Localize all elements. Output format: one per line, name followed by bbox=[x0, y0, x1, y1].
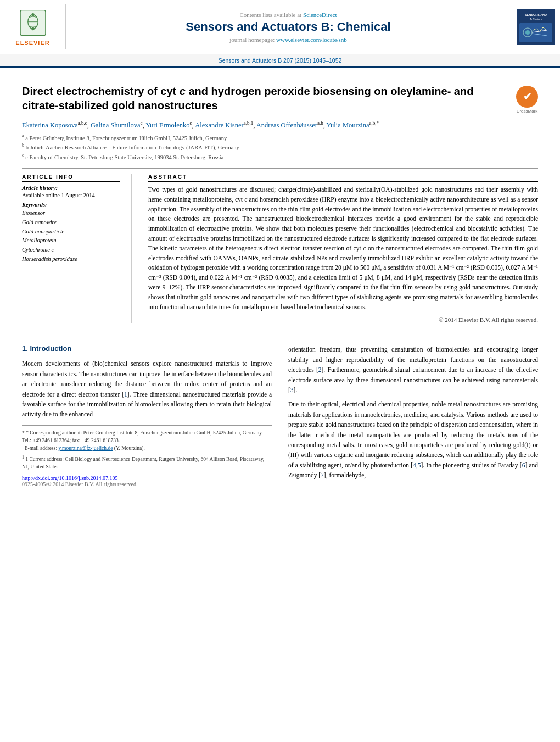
abstract-section: ABSTRACT Two types of gold nanostructure… bbox=[148, 174, 538, 323]
star-footnote: * * Corresponding author at: Peter Grünb… bbox=[22, 429, 272, 445]
author-ermolenko: Yuri Ermolenko bbox=[145, 121, 189, 129]
homepage-text: journal homepage: bbox=[229, 36, 275, 43]
ref-1-link[interactable]: 1 bbox=[124, 391, 127, 398]
ref-7-link[interactable]: 7 bbox=[321, 472, 324, 478]
ref-3-link[interactable]: 3 bbox=[290, 387, 294, 393]
section1-heading: 1. Introduction bbox=[22, 344, 272, 354]
article-info-abstract: ARTICLE INFO Article history: Available … bbox=[22, 174, 538, 323]
keyword-biosensor: Biosensor bbox=[22, 209, 120, 218]
sensors-logo-image: SENSORS AND AcTuators bbox=[517, 9, 555, 45]
crossmark-circle: ✔ bbox=[516, 86, 538, 108]
keyword-hrp: Horseradish peroxidase bbox=[22, 255, 120, 264]
journal-title-main: Sensors and Actuators B: Chemical bbox=[186, 20, 390, 34]
email-link[interactable]: y.mourzina@fz-juelich.de bbox=[58, 445, 113, 451]
body-content: 1. Introduction Modern developments of (… bbox=[22, 344, 538, 487]
authors-line: Ekaterina Koposovaa,b,c, Galina Shumilov… bbox=[22, 120, 538, 130]
elsevier-text-label: ELSEVIER bbox=[15, 40, 49, 46]
issn-line: 0925-4005/© 2014 Elsevier B.V. All right… bbox=[22, 481, 272, 487]
keywords-label: Keywords: bbox=[22, 202, 120, 208]
svg-text:SENSORS AND: SENSORS AND bbox=[524, 13, 546, 16]
science-direct-link[interactable]: ScienceDirect bbox=[303, 12, 337, 18]
ref-45-link[interactable]: 4,5 bbox=[413, 462, 421, 468]
author-shumilova: Galina Shumilova bbox=[91, 121, 141, 129]
journal-center: Contents lists available at ScienceDirec… bbox=[66, 4, 511, 49]
crossmark-label: CrossMark bbox=[516, 109, 538, 114]
affiliations-section: a a Peter Grünberg Institute 8, Forschun… bbox=[22, 133, 538, 161]
divider-1 bbox=[22, 168, 538, 169]
journal-volume-strip: Sensors and Actuators B 207 (2015) 1045–… bbox=[0, 54, 560, 68]
abstract-text: Two types of gold nanostructures are dis… bbox=[148, 185, 538, 313]
ref-6-link[interactable]: 6 bbox=[522, 462, 525, 468]
body-right-col: orientation freedom, thus preventing den… bbox=[288, 344, 538, 487]
article-info-panel: ARTICLE INFO Article history: Available … bbox=[22, 174, 132, 323]
body-text-left: Modern developments of (bio)chemical sen… bbox=[22, 359, 272, 419]
affiliation-c: c c Faculty of Chemistry, St. Petersburg… bbox=[22, 152, 538, 161]
svg-point-4 bbox=[31, 27, 35, 31]
svg-rect-8 bbox=[519, 23, 552, 42]
body-text-right-1: orientation freedom, thus preventing den… bbox=[288, 344, 538, 395]
keyword-gold-nanowire: Gold nanowire bbox=[22, 218, 120, 227]
svg-point-3 bbox=[31, 13, 35, 16]
footnotes-section: * * Corresponding author at: Peter Grünb… bbox=[22, 425, 272, 471]
one-footnote: 1 1 Current address: Cell Biology and Ne… bbox=[22, 454, 272, 471]
author-offenhausser: Andreas Offenhäusser bbox=[256, 121, 317, 129]
journal-header: ELSEVIER Contents lists available at Sci… bbox=[0, 0, 560, 54]
journal-volume-text: Sensors and Actuators B 207 (2015) 1045–… bbox=[219, 57, 342, 64]
crossmark-logo[interactable]: ✔ CrossMark bbox=[516, 86, 538, 114]
affiliation-b: b b Jülich-Aachen Research Alliance – Fu… bbox=[22, 142, 538, 152]
journal-homepage-line: journal homepage: www.elsevier.com/locat… bbox=[229, 36, 347, 43]
article-info-title: ARTICLE INFO bbox=[22, 174, 120, 182]
copyright-line: © 2014 Elsevier B.V. All rights reserved… bbox=[148, 316, 538, 323]
doi-line: http://dx.doi.org/10.1016/j.snb.2014.07.… bbox=[22, 475, 272, 481]
article-title-section: Direct electrochemistry of cyt c and hyd… bbox=[22, 84, 538, 114]
author-mourzina: Yulia Mourzina bbox=[326, 121, 369, 129]
science-direct-text: Contents lists available at bbox=[239, 12, 301, 18]
keywords-list: Biosensor Gold nanowire Gold nanoparticl… bbox=[22, 209, 120, 264]
article-title: Direct electrochemistry of cyt c and hyd… bbox=[22, 84, 508, 113]
abstract-title: ABSTRACT bbox=[148, 174, 538, 182]
main-content: Direct electrochemistry of cyt c and hyd… bbox=[0, 68, 560, 498]
author-koposova: Ekaterina Koposova bbox=[22, 121, 78, 129]
available-online: Available online 1 August 2014 bbox=[22, 192, 120, 198]
history-label: Article history: bbox=[22, 185, 120, 191]
body-left-col: 1. Introduction Modern developments of (… bbox=[22, 344, 272, 487]
affiliation-a: a a Peter Grünberg Institute 8, Forschun… bbox=[22, 133, 538, 142]
divider-2 bbox=[22, 333, 538, 333]
keyword-cytochrome: Cytochrome c bbox=[22, 246, 120, 255]
email-footnote: E-mail address: y.mourzina@fz-juelich.de… bbox=[22, 444, 272, 452]
science-direct-line: Contents lists available at ScienceDirec… bbox=[239, 12, 337, 18]
elsevier-logo: ELSEVIER bbox=[0, 4, 66, 49]
journal-homepage-link[interactable]: www.elsevier.com/locate/snb bbox=[276, 36, 347, 43]
doi-link[interactable]: http://dx.doi.org/10.1016/j.snb.2014.07.… bbox=[22, 475, 118, 481]
keyword-metalloprotein: Metalloprotein bbox=[22, 236, 120, 246]
body-text-right-2: Due to their optical, electrical and che… bbox=[288, 399, 538, 480]
author-kisner: Alexandre Kisner bbox=[195, 121, 244, 129]
svg-text:AcTuators: AcTuators bbox=[529, 18, 542, 21]
svg-point-10 bbox=[525, 30, 530, 35]
keyword-gold-nanoparticle: Gold nanoparticle bbox=[22, 227, 120, 237]
sensors-logo: SENSORS AND AcTuators bbox=[511, 4, 560, 49]
ref-2-link[interactable]: 2 bbox=[318, 366, 322, 373]
